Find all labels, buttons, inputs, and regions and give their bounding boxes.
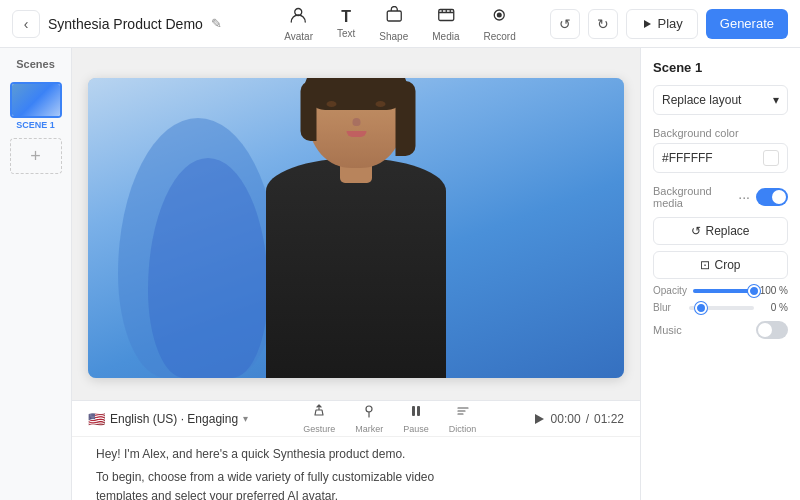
blur-label: Blur xyxy=(653,302,683,313)
scene-1-label: SCENE 1 xyxy=(10,120,62,130)
top-bar-right: ↺ ↻ Play Generate xyxy=(550,9,789,39)
record-icon xyxy=(491,6,509,29)
playback-row: 🇺🇸 English (US) · Engaging ▾ Gesture xyxy=(72,401,640,437)
language-chevron-icon: ▾ xyxy=(243,413,248,424)
project-title: Synthesia Product Demo xyxy=(48,16,203,32)
editor-area: 🇺🇸 English (US) · Engaging ▾ Gesture xyxy=(72,48,640,500)
toolbar-record[interactable]: Record xyxy=(484,6,516,42)
avatar-hair-top xyxy=(305,78,408,110)
replace-icon: ↺ xyxy=(691,224,701,238)
avatar-nose xyxy=(352,118,360,126)
text-icon: T xyxy=(341,8,351,26)
toolbar-avatar[interactable]: Avatar xyxy=(284,6,313,42)
opacity-slider[interactable] xyxy=(693,289,754,293)
bg-media-toggle-knob xyxy=(772,190,786,204)
pause-label: Pause xyxy=(403,424,429,434)
toolbar-shape[interactable]: Shape xyxy=(379,6,408,42)
redo-button[interactable]: ↻ xyxy=(588,9,618,39)
music-label: Music xyxy=(653,324,682,336)
time-display: 00:00 / 01:22 xyxy=(532,412,624,426)
svg-rect-1 xyxy=(387,11,401,21)
shape-icon xyxy=(385,6,403,29)
top-bar: ‹ Synthesia Product Demo ✎ Avatar T Text xyxy=(0,0,800,48)
play-time-icon xyxy=(532,412,546,426)
bg-media-label: Background media xyxy=(653,185,738,209)
opacity-thumb xyxy=(748,285,760,297)
main-content: Scenes SCENE 1 + xyxy=(0,48,800,500)
replace-label: Replace xyxy=(705,224,749,238)
language-text: English (US) · Engaging xyxy=(110,412,238,426)
avatar-eye-right xyxy=(376,101,386,107)
svg-rect-7 xyxy=(417,406,420,416)
right-panel: Scene 1 Replace layout ▾ Background colo… xyxy=(640,48,800,500)
language-selector[interactable]: 🇺🇸 English (US) · Engaging ▾ xyxy=(88,411,248,427)
toolbar-text[interactable]: T Text xyxy=(337,8,355,39)
gesture-icon xyxy=(311,403,327,423)
panel-section-title: Scene 1 xyxy=(653,60,788,75)
bg-media-dots[interactable]: ··· xyxy=(738,189,750,205)
bg-color-value: #FFFFFF xyxy=(662,151,713,165)
script-line-3: templates and select your preferred AI a… xyxy=(96,487,616,500)
replace-button[interactable]: ↺ Replace xyxy=(653,217,788,245)
generate-button[interactable]: Generate xyxy=(706,9,788,39)
pause-icon xyxy=(408,403,424,423)
opacity-fill xyxy=(693,289,754,293)
layout-dropdown-chevron: ▾ xyxy=(773,93,779,107)
blur-slider[interactable] xyxy=(689,306,754,310)
media-label: Media xyxy=(432,31,459,42)
layout-dropdown-label: Replace layout xyxy=(662,93,741,107)
shape-label: Shape xyxy=(379,31,408,42)
avatar-mouth xyxy=(346,131,366,137)
blur-value: 0 % xyxy=(760,302,788,313)
opacity-label: Opacity xyxy=(653,285,687,296)
back-button[interactable]: ‹ xyxy=(12,10,40,38)
total-time: 01:22 xyxy=(594,412,624,426)
svg-rect-6 xyxy=(412,406,415,416)
playback-controls: Gesture Marker xyxy=(264,403,516,434)
music-toggle[interactable] xyxy=(756,321,788,339)
crop-button[interactable]: ⊡ Crop xyxy=(653,251,788,279)
diction-control[interactable]: Diction xyxy=(449,403,477,434)
scene-thumb-preview xyxy=(12,84,60,116)
bg-color-swatch xyxy=(763,150,779,166)
avatar-hair-left xyxy=(301,81,317,141)
gesture-label: Gesture xyxy=(303,424,335,434)
pause-control[interactable]: Pause xyxy=(403,403,429,434)
layout-dropdown[interactable]: Replace layout ▾ xyxy=(653,85,788,115)
script-line-1: Hey! I'm Alex, and here's a quick Synthe… xyxy=(96,445,616,464)
music-row: Music xyxy=(653,321,788,339)
avatar-container xyxy=(256,98,456,378)
avatar-icon xyxy=(290,6,308,29)
crop-label: Crop xyxy=(714,258,740,272)
scene-1-thumb[interactable] xyxy=(10,82,62,118)
toolbar-media[interactable]: Media xyxy=(432,6,459,42)
time-separator: / xyxy=(586,412,589,426)
flag-icon: 🇺🇸 xyxy=(88,411,105,427)
diction-icon xyxy=(455,403,471,423)
bg-media-toggle[interactable] xyxy=(756,188,788,206)
edit-title-icon[interactable]: ✎ xyxy=(211,16,222,31)
current-time: 00:00 xyxy=(551,412,581,426)
video-canvas-wrapper xyxy=(72,48,640,400)
svg-point-5 xyxy=(366,406,372,412)
bg-media-row: Background media ··· xyxy=(653,185,788,209)
bg-color-field[interactable]: #FFFFFF xyxy=(653,143,788,173)
top-bar-left: ‹ Synthesia Product Demo ✎ xyxy=(12,10,222,38)
record-label: Record xyxy=(484,31,516,42)
gesture-control[interactable]: Gesture xyxy=(303,403,335,434)
video-canvas xyxy=(88,78,624,378)
blur-thumb xyxy=(695,302,707,314)
music-toggle-knob xyxy=(758,323,772,337)
undo-button[interactable]: ↺ xyxy=(550,9,580,39)
avatar-torso xyxy=(266,158,446,378)
marker-icon xyxy=(361,403,377,423)
play-label: Play xyxy=(658,16,683,31)
avatar-label: Avatar xyxy=(284,31,313,42)
script-line-2: To begin, choose from a wide variety of … xyxy=(96,468,616,487)
toolbar-center: Avatar T Text Shape xyxy=(284,6,516,42)
play-icon xyxy=(641,18,653,30)
play-button[interactable]: Play xyxy=(626,9,698,39)
scenes-label: Scenes xyxy=(16,58,55,70)
add-scene-button[interactable]: + xyxy=(10,138,62,174)
marker-control[interactable]: Marker xyxy=(355,403,383,434)
